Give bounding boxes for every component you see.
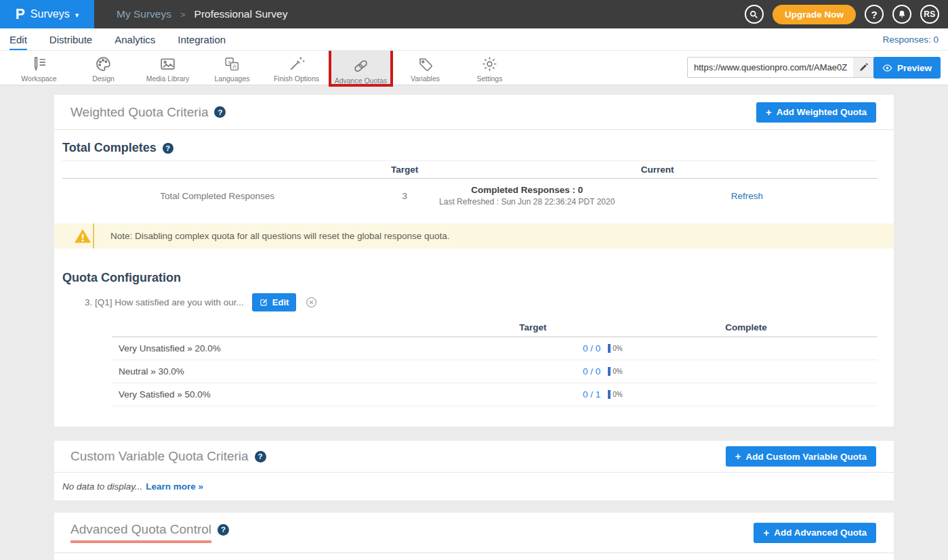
button-label: Add Weighted Quota xyxy=(777,107,867,117)
remove-question-button[interactable] xyxy=(306,297,317,308)
quota-row-label: Very Unsatisfied » 20.0% xyxy=(112,343,464,353)
target-value: 3 xyxy=(372,191,437,201)
empty-state: No data to display... Learn more » xyxy=(62,481,203,492)
tab-analytics[interactable]: Analytics xyxy=(115,28,155,50)
section-title: Weighted Quota Criteria ? xyxy=(70,105,226,120)
notifications-button[interactable] xyxy=(892,5,911,24)
toolbar-item-label: Design xyxy=(92,74,115,83)
finish-options-icon xyxy=(288,56,305,72)
toolbar-item-variables[interactable]: Variables xyxy=(393,51,457,85)
breadcrumb-my-surveys[interactable]: My Surveys xyxy=(117,8,171,20)
section-title: Custom Variable Quota Criteria ? xyxy=(70,449,266,464)
surveys-app-menu[interactable]: P Surveys ▾ xyxy=(0,0,94,28)
help-button[interactable]: ? xyxy=(865,5,884,24)
toolbar-item-advance-quotas[interactable]: Advance Quotas xyxy=(329,47,393,87)
advanced-quota-title: Advanced Quota Control xyxy=(70,522,211,543)
plus-icon: + xyxy=(735,450,741,462)
help-icon[interactable]: ? xyxy=(163,143,173,154)
edit-url-button[interactable] xyxy=(853,62,873,72)
toolbar-item-settings[interactable]: Settings xyxy=(457,51,522,85)
toolbar-item-media-library[interactable]: Media Library xyxy=(136,51,200,85)
plus-icon: + xyxy=(763,527,769,538)
help-icon[interactable]: ? xyxy=(255,451,266,462)
percent-value: 0% xyxy=(613,345,622,352)
svg-text:x: x xyxy=(228,59,231,65)
breadcrumb-separator: > xyxy=(180,9,186,20)
toolbar-item-label: Variables xyxy=(411,74,440,83)
custom-variable-quota-card: Custom Variable Quota Criteria ? + Add C… xyxy=(54,441,894,500)
toolbar-item-languages[interactable]: xA Languages xyxy=(200,51,264,85)
top-actions: Upgrade Now ? RS xyxy=(745,5,948,24)
breadcrumb-current-survey: Professional Survey xyxy=(194,8,288,20)
languages-icon: xA xyxy=(224,56,241,72)
column-target: Target xyxy=(372,165,437,175)
chevron-down-icon: ▾ xyxy=(75,11,79,20)
weighted-quota-card: Weighted Quota Criteria ? + Add Weighted… xyxy=(54,95,894,427)
search-button[interactable] xyxy=(745,5,764,24)
survey-url-input[interactable] xyxy=(688,58,853,77)
toolbar-item-label: Languages xyxy=(215,74,250,83)
toolbar-item-label: Media Library xyxy=(146,74,190,83)
quota-row-label: Neutral » 30.0% xyxy=(112,366,464,376)
nav-tabs: Edit Distribute Analytics Integration xyxy=(9,28,226,50)
advanced-quota-header: Advanced Quota Control ? + Add Advanced … xyxy=(54,513,894,553)
refresh-link[interactable]: Refresh xyxy=(731,191,763,201)
top-bar: P Surveys ▾ My Surveys > Professional Su… xyxy=(0,0,948,28)
edit-question-button[interactable]: Edit xyxy=(252,293,297,311)
preview-button[interactable]: Preview xyxy=(873,57,941,79)
toolbar-item-design[interactable]: Design xyxy=(71,51,136,85)
add-advanced-quota-button[interactable]: + Add Advanced Quota xyxy=(754,523,876,543)
questionpro-logo: P xyxy=(16,5,25,22)
quota-row-very-unsatisfied: Very Unsatisfied » 20.0% 0 / 0 0% xyxy=(112,337,878,360)
quota-row-very-satisfied: Very Satisfied » 50.0% 0 / 1 0% xyxy=(112,383,878,406)
variables-icon xyxy=(417,56,434,72)
no-data-text: No data to display... xyxy=(62,481,142,492)
toolbar-item-label: Workspace xyxy=(21,74,56,83)
percent-bar xyxy=(608,390,611,399)
total-completes-title: Total Completes xyxy=(62,141,157,155)
learn-more-link[interactable]: Learn more » xyxy=(146,481,203,492)
column-target: Target xyxy=(464,322,602,332)
custom-variable-title: Custom Variable Quota Criteria xyxy=(70,449,249,464)
workspace-icon xyxy=(30,56,47,72)
total-completes-heading: Total Completes ? xyxy=(62,141,173,155)
section-title: Advanced Quota Control ? xyxy=(70,522,229,543)
toolbar-item-finish-options[interactable]: Finish Options xyxy=(264,51,329,85)
quota-target-value: 0 / 0 xyxy=(464,343,602,353)
search-icon xyxy=(749,9,759,20)
survey-nav: Edit Distribute Analytics Integration Re… xyxy=(0,28,948,51)
avatar[interactable]: RS xyxy=(920,5,939,24)
media-library-icon xyxy=(159,56,176,72)
question-label: 3. [Q1] How satisfied are you with our..… xyxy=(85,297,244,307)
breadcrumb: My Surveys > Professional Survey xyxy=(117,8,287,20)
table-header-row: Target Current xyxy=(62,160,878,179)
tab-integration[interactable]: Integration xyxy=(178,28,226,50)
eye-icon xyxy=(882,63,892,73)
bell-icon xyxy=(897,9,907,19)
circle-x-icon xyxy=(306,297,317,308)
percent-bar xyxy=(608,367,611,376)
current-cell: Completed Responses : 0 Last Refreshed :… xyxy=(437,185,617,207)
toolbar-item-label: Advance Quotas xyxy=(335,77,388,85)
column-current: Current xyxy=(437,165,878,175)
weighted-quota-title: Weighted Quota Criteria xyxy=(70,105,208,120)
toolbar-item-label: Settings xyxy=(477,74,503,83)
tab-distribute[interactable]: Distribute xyxy=(49,28,92,50)
note-text: Note: Disabling complex quota for all qu… xyxy=(110,223,450,249)
responses-count[interactable]: Responses: 0 xyxy=(882,35,939,45)
help-icon[interactable]: ? xyxy=(214,106,226,118)
quota-row-neutral: Neutral » 30.0% 0 / 0 0% xyxy=(112,360,878,383)
toolbar-item-workspace[interactable]: Workspace xyxy=(7,51,71,85)
note-banner: Note: Disabling complex quota for all qu… xyxy=(54,223,894,249)
quota-configuration-heading: Quota Configuration xyxy=(62,271,181,285)
preview-label: Preview xyxy=(897,63,932,73)
quota-table-header: Target Complete xyxy=(112,318,878,337)
tab-edit[interactable]: Edit xyxy=(9,28,27,50)
upgrade-now-button[interactable]: Upgrade Now xyxy=(772,5,856,24)
settings-icon xyxy=(481,56,498,72)
add-weighted-quota-button[interactable]: + Add Weighted Quota xyxy=(756,102,876,123)
weighted-quota-header: Weighted Quota Criteria ? + Add Weighted… xyxy=(54,95,894,130)
add-custom-variable-quota-button[interactable]: + Add Custom Variable Quota xyxy=(726,446,876,467)
edit-toolbar: Workspace Design Media Library xA Langua… xyxy=(0,51,948,85)
help-icon[interactable]: ? xyxy=(218,524,229,536)
